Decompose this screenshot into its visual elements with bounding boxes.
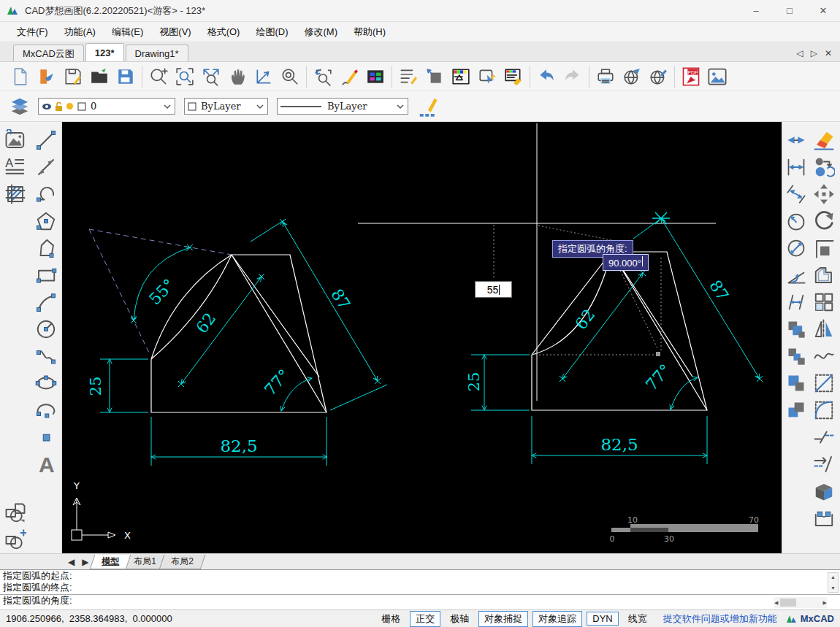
block-3d-icon[interactable] [812,479,836,504]
dyn-dimension-input[interactable]: 55 [475,281,512,298]
dim-angular-icon[interactable] [784,263,809,288]
spline-icon[interactable] [34,344,58,369]
menu-format[interactable]: 格式(O) [199,23,248,41]
ellipse-arc-icon[interactable] [34,398,58,423]
color-combo[interactable]: ByLayer [184,98,268,115]
scroll-down-icon[interactable]: ▼ [831,585,836,591]
polygon-icon[interactable] [34,209,58,234]
print-icon[interactable] [592,64,619,90]
dim-arc-length-icon[interactable] [784,290,809,315]
command-prompt-line[interactable]: 指定圆弧的角度: [0,595,840,607]
menu-function[interactable]: 功能(A) [56,23,104,41]
maximize-button[interactable]: □ [773,0,806,22]
layout-scroll-left-button[interactable]: ◀ [64,557,78,567]
web-edit-icon[interactable] [645,64,671,90]
scroll-up-icon[interactable]: ▲ [831,574,836,580]
toggle-osnap[interactable]: 对象捕捉 [478,611,528,627]
menu-modify[interactable]: 修改(M) [296,23,345,41]
new-file-icon[interactable] [7,64,34,90]
lengthen-icon[interactable] [812,452,836,477]
array-icon[interactable] [812,290,836,315]
publish-web-icon[interactable] [619,64,645,90]
tab-scroll-right-button[interactable]: ▷ [807,48,821,58]
tab-drawing1[interactable]: Drawing1* [126,45,188,61]
toggle-dyn[interactable]: DYN [587,612,618,626]
select-edit-icon[interactable] [474,64,500,90]
arc-3pt-icon[interactable] [34,290,58,315]
dim-aligned-icon[interactable] [784,182,809,207]
line-icon[interactable] [34,128,58,153]
tab-scroll-left-button[interactable]: ◁ [793,48,806,58]
save-icon[interactable] [60,64,86,90]
ellipse-icon[interactable] [34,371,58,396]
minimize-button[interactable]: – [739,0,773,22]
feedback-link[interactable]: 提交软件问题或增加新功能 [663,612,777,626]
scrollbar-thumb[interactable] [780,599,796,607]
rotate-icon[interactable] [812,209,836,234]
undo-icon[interactable] [533,64,560,90]
text-icon[interactable]: A [34,452,58,477]
close-button[interactable]: ✕ [806,0,840,22]
pan-icon[interactable] [224,64,251,90]
draworder-front-icon[interactable] [784,317,809,342]
draworder-above-icon[interactable] [784,371,809,396]
toggle-polar[interactable]: 极轴 [445,612,474,626]
zoom-window-icon[interactable] [172,64,198,90]
layer-combo[interactable]: 0 [38,98,175,115]
move-icon[interactable] [812,182,836,207]
offset-icon[interactable] [812,263,836,288]
color-palette-icon[interactable] [362,64,389,90]
insert-block-icon[interactable] [3,501,28,526]
layers-icon[interactable] [6,96,34,118]
text-style-icon[interactable]: A [3,155,28,180]
pdf-export-icon[interactable]: PDF [678,64,704,90]
open-drawing-icon[interactable] [34,64,60,90]
rectangle-icon[interactable] [34,263,58,288]
match-properties-icon[interactable] [500,64,527,90]
redo-icon[interactable] [560,64,586,90]
open-folder-icon[interactable] [86,64,112,90]
dyn-angle-value-box[interactable]: 90.000° [603,254,649,271]
draworder-back-icon[interactable] [784,344,809,369]
menu-help[interactable]: 帮助(H) [345,23,394,41]
toggle-otrack[interactable]: 对象追踪 [532,611,582,627]
raster-image-icon[interactable] [3,128,28,153]
tab-123[interactable]: 123* [85,43,124,61]
construction-line-icon[interactable] [34,155,58,180]
command-line-panel[interactable]: 指定圆弧的起点: 指定圆弧的终点: 指定圆弧的角度: ▲ ▼ ◀ ▶ [0,569,840,609]
copy-icon[interactable] [812,155,836,180]
zoom-previous-icon[interactable] [310,64,336,90]
menu-edit[interactable]: 编辑(E) [104,23,151,41]
zoom-center-icon[interactable] [277,64,303,90]
polyline-icon[interactable] [34,236,58,261]
zoom-dynamic-icon[interactable] [145,64,172,90]
toggle-lineweight[interactable]: 线宽 [623,612,652,626]
text-edit-icon[interactable] [395,64,421,90]
scroll-left-icon[interactable]: ◀ [774,600,778,606]
mirror-icon[interactable] [812,317,836,342]
scale-icon[interactable] [812,236,836,261]
menu-view[interactable]: 视图(V) [151,23,199,41]
linetype-combo[interactable]: ByLayer [277,98,408,115]
image-export-icon[interactable] [704,64,730,90]
menu-draw[interactable]: 绘图(D) [248,23,296,41]
circle-icon[interactable] [34,317,58,342]
drawing-canvas[interactable]: 25 82,5 62 55° 87 77° [62,122,782,553]
dim-diameter-icon[interactable] [784,236,809,261]
layout-tab-model[interactable]: 模型 [90,555,131,569]
fillet-icon[interactable] [812,398,836,423]
chamfer-icon[interactable] [812,371,836,396]
tab-mxcad-cloud[interactable]: MxCAD云图 [13,45,84,61]
layout-tab-layout2[interactable]: 布局2 [159,555,205,569]
spline-fit-icon[interactable] [812,344,836,369]
save-as-icon[interactable] [112,64,139,90]
arc-icon[interactable] [34,182,58,207]
command-horizontal-scrollbar[interactable]: ◀ ▶ [774,597,827,608]
erase-icon[interactable] [812,128,836,153]
dim-radius-icon[interactable] [784,209,809,234]
toggle-ortho[interactable]: 正交 [410,611,440,627]
menu-file[interactable]: 文件(F) [9,23,56,41]
dim-point-icon[interactable] [784,128,809,153]
create-block-icon[interactable] [3,528,28,553]
axes-icon[interactable] [251,64,277,90]
